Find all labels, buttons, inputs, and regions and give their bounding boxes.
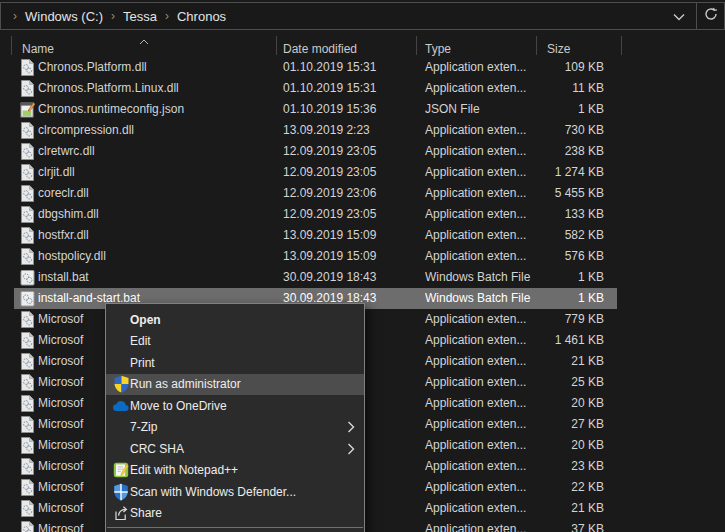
- breadcrumb-item[interactable]: Chronos: [177, 9, 226, 24]
- file-size: 22 KB: [571, 477, 604, 498]
- file-row[interactable]: Chronos.Platform.dll01.10.2019 15:31Appl…: [0, 57, 725, 78]
- menu-item-edit[interactable]: Edit: [106, 331, 364, 353]
- file-row[interactable]: Chronos.Platform.Linux.dll01.10.2019 15:…: [0, 78, 725, 99]
- breadcrumb: ›Windows (C:)›Tessa›Chronos: [1, 9, 226, 24]
- breadcrumb-chevron-icon: ›: [103, 9, 123, 23]
- file-row[interactable]: hostpolicy.dll13.09.2019 15:09Applicatio…: [0, 246, 725, 267]
- menu-item-label: Open: [130, 313, 161, 327]
- column-header-size[interactable]: Size: [547, 42, 570, 56]
- file-size: 582 KB: [565, 225, 604, 246]
- menu-item-label: Print: [130, 356, 155, 370]
- column-divider[interactable]: [276, 36, 277, 55]
- file-name: Chronos.runtimeconfig.json: [38, 99, 184, 120]
- submenu-chevron-icon: [347, 443, 355, 455]
- file-type: Application exten...: [425, 330, 543, 351]
- dll-file-icon: [20, 500, 35, 517]
- dll-file-icon: [20, 437, 35, 454]
- file-name: Chronos.Platform.dll: [38, 57, 147, 78]
- address-bar-controls: [662, 3, 724, 29]
- file-size: 238 KB: [565, 141, 604, 162]
- file-row[interactable]: hostfxr.dll13.09.2019 15:09Application e…: [0, 225, 725, 246]
- file-size: 21 KB: [571, 351, 604, 372]
- menu-item-crc-sha[interactable]: CRC SHA: [106, 438, 364, 460]
- file-type: Application exten...: [425, 120, 543, 141]
- column-header-type[interactable]: Type: [425, 42, 451, 56]
- menu-item-label: Run as administrator: [130, 377, 241, 391]
- share-icon: [111, 505, 131, 521]
- defender-shield-icon: [111, 483, 131, 501]
- column-divider[interactable]: [11, 36, 12, 55]
- sort-ascending-icon: [139, 34, 149, 48]
- dll-file-icon: [20, 164, 35, 181]
- menu-item-label: Scan with Windows Defender...: [130, 485, 296, 499]
- breadcrumb-item[interactable]: Windows (C:): [25, 9, 103, 24]
- menu-item-run-as-administrator[interactable]: Run as administrator: [106, 374, 364, 396]
- file-row[interactable]: install.bat30.09.2019 18:43Windows Batch…: [0, 267, 725, 288]
- file-type: Application exten...: [425, 204, 543, 225]
- menu-item-label: Move to OneDrive: [130, 399, 227, 413]
- file-type: Windows Batch File: [425, 288, 543, 309]
- context-menu: OpenEditPrintRun as administratorMove to…: [105, 303, 365, 532]
- menu-item-7-zip[interactable]: 7-Zip: [106, 417, 364, 439]
- file-type: Application exten...: [425, 414, 543, 435]
- file-type: Windows Batch File: [425, 267, 543, 288]
- file-row[interactable]: clrcompression.dll13.09.2019 2:23Applica…: [0, 120, 725, 141]
- menu-item-scan-with-windows-defender[interactable]: Scan with Windows Defender...: [106, 481, 364, 503]
- refresh-icon: [704, 7, 718, 25]
- column-divider[interactable]: [621, 36, 622, 55]
- file-size: 133 KB: [565, 204, 604, 225]
- file-name: Microsof: [38, 435, 83, 456]
- submenu-chevron-icon: [347, 421, 355, 433]
- menu-item-edit-with-notepad[interactable]: Edit with Notepad++: [106, 460, 364, 482]
- column-divider[interactable]: [416, 36, 417, 55]
- file-type: Application exten...: [425, 498, 543, 519]
- dll-file-icon: [20, 416, 35, 433]
- menu-item-print[interactable]: Print: [106, 352, 364, 374]
- menu-item-label: Share: [130, 506, 162, 520]
- file-row[interactable]: clretwrc.dll12.09.2019 23:05Application …: [0, 141, 725, 162]
- address-bar[interactable]: ›Windows (C:)›Tessa›Chronos: [0, 2, 725, 30]
- file-row[interactable]: coreclr.dll12.09.2019 23:06Application e…: [0, 183, 725, 204]
- file-size: 1 274 KB: [555, 162, 604, 183]
- dll-file-icon: [20, 479, 35, 496]
- file-date-modified: 12.09.2019 23:05: [283, 141, 376, 162]
- file-type: Application exten...: [425, 78, 543, 99]
- file-type: Application exten...: [425, 435, 543, 456]
- bat-file-icon: [20, 269, 35, 286]
- column-header-name[interactable]: Name: [22, 42, 54, 56]
- menu-item-label: 7-Zip: [130, 420, 157, 434]
- dll-file-icon: [20, 374, 35, 391]
- file-name: Microsof: [38, 393, 83, 414]
- dll-file-icon: [20, 143, 35, 160]
- file-row[interactable]: Chronos.runtimeconfig.json01.10.2019 15:…: [0, 99, 725, 120]
- file-type: Application exten...: [425, 309, 543, 330]
- file-size: 5 455 KB: [555, 183, 604, 204]
- uac-shield-icon: [111, 375, 131, 393]
- file-size: 21 KB: [571, 498, 604, 519]
- onedrive-cloud-icon: [111, 400, 131, 412]
- file-date-modified: 30.09.2019 18:43: [283, 267, 376, 288]
- menu-item-share[interactable]: Share: [106, 503, 364, 525]
- column-divider[interactable]: [536, 36, 537, 55]
- menu-item-open[interactable]: Open: [106, 309, 364, 331]
- file-type: Application exten...: [425, 225, 543, 246]
- column-header-date-modified[interactable]: Date modified: [283, 42, 357, 56]
- file-row[interactable]: dbgshim.dll12.09.2019 23:05Application e…: [0, 204, 725, 225]
- menu-item-move-to-onedrive[interactable]: Move to OneDrive: [106, 395, 364, 417]
- dll-file-icon: [20, 458, 35, 475]
- dll-file-icon: [20, 332, 35, 349]
- file-size: 25 KB: [571, 372, 604, 393]
- file-name: Microsof: [38, 477, 83, 498]
- refresh-button[interactable]: [697, 3, 724, 29]
- file-date-modified: 01.10.2019 15:31: [283, 78, 376, 99]
- breadcrumb-item[interactable]: Tessa: [123, 9, 157, 24]
- chevron-down-icon: [673, 7, 685, 25]
- file-size: 730 KB: [565, 120, 604, 141]
- file-size: 1 KB: [578, 288, 604, 309]
- address-dropdown-button[interactable]: [662, 3, 696, 29]
- file-row[interactable]: clrjit.dll12.09.2019 23:05Application ex…: [0, 162, 725, 183]
- dll-file-icon: [20, 248, 35, 265]
- file-type: Application exten...: [425, 519, 543, 532]
- file-name: clrcompression.dll: [38, 120, 134, 141]
- file-name: Microsof: [38, 456, 83, 477]
